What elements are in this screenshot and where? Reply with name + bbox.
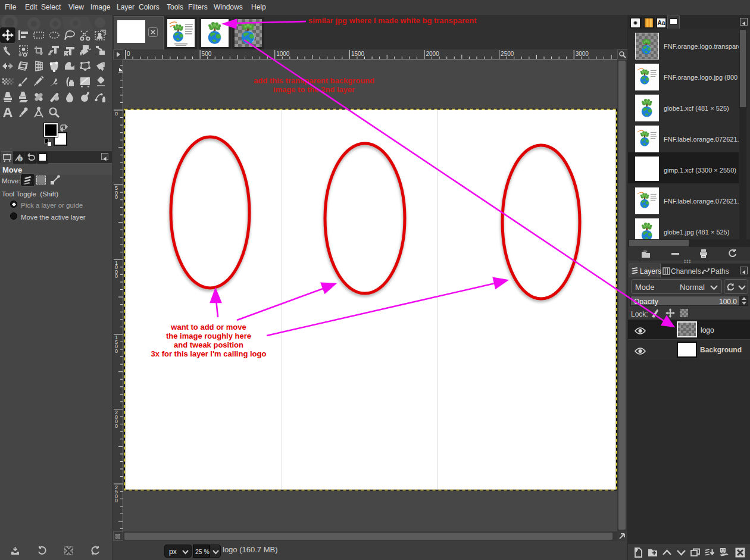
svg-text:1500: 1500	[351, 51, 365, 57]
svg-text:i: i	[19, 157, 20, 162]
svg-text:500: 500	[202, 51, 212, 57]
svg-text:0: 0	[115, 273, 118, 279]
svg-text:3000: 3000	[576, 51, 589, 57]
svg-text:0: 0	[115, 111, 118, 117]
svg-text:0: 0	[115, 348, 118, 354]
svg-text:0: 0	[115, 423, 118, 429]
svg-text:0: 0	[127, 51, 130, 57]
svg-text:2000: 2000	[426, 51, 440, 57]
svg-text:1000: 1000	[276, 51, 290, 57]
svg-text:0: 0	[115, 194, 118, 200]
svg-text:0: 0	[115, 498, 118, 503]
svg-text:2500: 2500	[501, 51, 514, 57]
